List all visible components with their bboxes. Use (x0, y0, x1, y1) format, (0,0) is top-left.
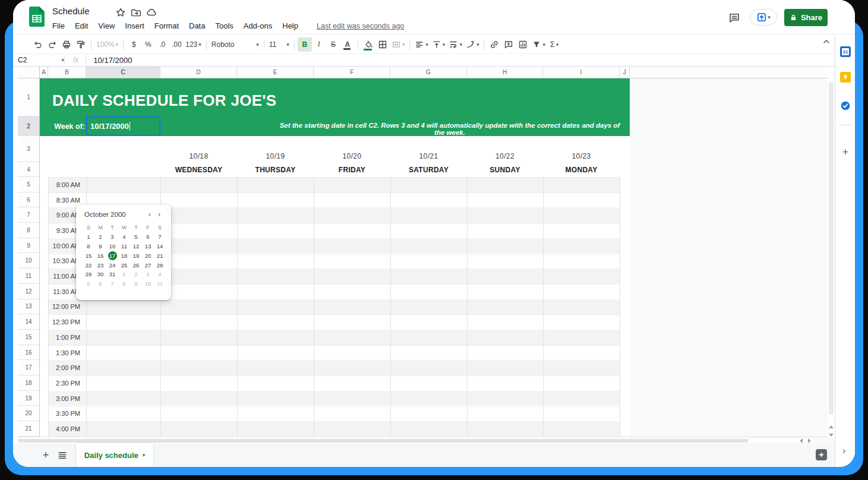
day-date-cell[interactable]: 10/20 (314, 136, 390, 162)
borders-button[interactable] (375, 37, 390, 52)
row-header-18[interactable]: 18 (18, 375, 40, 391)
time-label-cell[interactable]: 2:00 PM (48, 360, 86, 375)
add-sheet-button[interactable]: + (39, 449, 52, 462)
star-icon[interactable] (115, 7, 126, 18)
row-header-8[interactable]: 8 (18, 223, 40, 238)
calendar-day[interactable]: 20 (142, 251, 154, 260)
active-cell-c2[interactable]: 10/17/2000 (86, 116, 160, 136)
time-label-cell[interactable]: 8:00 AM (48, 177, 86, 192)
calendar-day[interactable]: 11 (154, 279, 166, 289)
day-name-cell[interactable]: MONDAY (543, 162, 620, 177)
calendar-day[interactable]: 5 (83, 279, 94, 289)
present-dropdown-caret[interactable]: ▾ (768, 14, 771, 20)
calendar-day[interactable]: 31 (106, 270, 118, 279)
sheet-tab-daily-schedule[interactable]: Daily schedule ▾ (76, 443, 153, 467)
zoom-select[interactable]: 100%▾ (94, 37, 120, 52)
italic-button[interactable]: I (312, 37, 326, 52)
time-label-cell[interactable]: 1:00 PM (48, 330, 86, 345)
menu-insert[interactable]: Insert (124, 21, 146, 31)
comment-history-icon[interactable] (728, 12, 740, 24)
calendar-day[interactable]: 19 (130, 251, 142, 260)
row-header-20[interactable]: 20 (18, 406, 40, 422)
text-color-button[interactable]: A (340, 37, 355, 52)
insert-comment-button[interactable] (501, 37, 516, 52)
row-header-14[interactable]: 14 (18, 314, 40, 330)
row-header-10[interactable]: 10 (18, 254, 40, 269)
calendar-day[interactable]: 23 (94, 260, 106, 270)
row-header-13[interactable]: 13 (18, 299, 40, 315)
calendar-day[interactable]: 29 (83, 270, 94, 279)
get-add-ons-button[interactable]: + (839, 146, 852, 159)
day-name-cell[interactable]: SATURDAY (390, 162, 467, 177)
day-name-cell[interactable]: SUNDAY (467, 162, 543, 177)
menu-data[interactable]: Data (188, 21, 206, 31)
column-header-A[interactable]: A (40, 67, 48, 78)
all-sheets-menu-button[interactable] (57, 450, 68, 460)
cloud-saved-icon[interactable] (146, 7, 157, 18)
select-all-corner[interactable] (18, 67, 40, 78)
calendar-day[interactable]: 6 (94, 279, 106, 289)
column-header-C[interactable]: C (86, 67, 160, 78)
time-label-cell[interactable]: 3:30 PM (48, 406, 86, 422)
calendar-day[interactable]: 26 (130, 260, 142, 270)
sheet-title-cell[interactable]: DAILY SCHEDULE FOR JOE'S (52, 91, 276, 110)
row-header-16[interactable]: 16 (18, 345, 40, 361)
calendar-day[interactable]: 4 (118, 232, 130, 242)
functions-button[interactable]: Σ▾ (547, 37, 561, 52)
time-label-cell[interactable]: 1:30 PM (48, 345, 86, 361)
column-header-E[interactable]: E (237, 67, 314, 78)
day-name-cell[interactable]: FRIDAY (314, 162, 390, 177)
row-header-5[interactable]: 5 (18, 177, 40, 192)
undo-button[interactable] (31, 37, 45, 52)
calendar-day[interactable]: 9 (94, 242, 106, 251)
week-of-label-cell[interactable]: Week of: (48, 116, 85, 136)
present-to-meet-button[interactable]: ▾ (750, 9, 777, 26)
more-formats-button[interactable]: 123▾ (184, 37, 203, 52)
calendar-day[interactable]: 10 (106, 242, 118, 251)
calendar-day[interactable]: 4 (154, 270, 166, 279)
row-header-11[interactable]: 11 (18, 269, 40, 284)
day-date-cell[interactable]: 10/21 (390, 136, 467, 162)
calendar-day[interactable]: 3 (106, 232, 118, 242)
text-rotation-button[interactable]: ▾ (464, 37, 481, 52)
time-label-cell[interactable]: 4:00 PM (48, 421, 86, 437)
decrease-decimal-button[interactable]: .0 (155, 37, 169, 52)
menu-addons[interactable]: Add-ons (242, 21, 273, 31)
row-header-12[interactable]: 12 (18, 284, 40, 299)
print-button[interactable] (59, 37, 74, 52)
sheets-logo-icon[interactable] (29, 7, 45, 27)
row-header-17[interactable]: 17 (18, 360, 40, 375)
row-header-21[interactable]: 21 (18, 421, 40, 437)
calendar-day[interactable]: 28 (154, 260, 166, 270)
calendar-day[interactable]: 7 (154, 232, 166, 242)
row-header-1[interactable]: 1 (18, 78, 40, 116)
horizontal-align-button[interactable]: ▾ (413, 37, 430, 52)
column-header-J[interactable]: J (620, 67, 630, 78)
bold-button[interactable]: B (298, 37, 312, 52)
column-header-F[interactable]: F (314, 67, 390, 78)
calendar-day[interactable]: 2 (130, 270, 142, 279)
menu-view[interactable]: View (97, 21, 116, 31)
row-header-19[interactable]: 19 (18, 391, 40, 406)
menu-format[interactable]: Format (153, 21, 180, 31)
share-button[interactable]: Share (784, 9, 828, 26)
calendar-day[interactable]: 6 (142, 232, 154, 242)
calendar-day[interactable]: 2 (94, 232, 106, 242)
day-date-cell[interactable]: 10/22 (467, 136, 543, 162)
column-header-I[interactable]: I (543, 67, 620, 78)
column-header-B[interactable]: B (48, 67, 86, 78)
vertical-align-button[interactable]: ▾ (430, 37, 447, 52)
collapse-toolbar-button[interactable] (822, 37, 831, 46)
filter-button[interactable]: ▾ (530, 37, 547, 52)
calendar-day[interactable]: 13 (142, 242, 154, 251)
paint-format-button[interactable] (74, 37, 88, 52)
row-header-15[interactable]: 15 (18, 330, 40, 345)
menu-file[interactable]: File (51, 21, 66, 31)
row-header-9[interactable]: 9 (18, 238, 40, 254)
text-wrap-button[interactable]: ▾ (447, 37, 464, 52)
menu-help[interactable]: Help (281, 21, 299, 31)
insert-chart-button[interactable] (516, 37, 530, 52)
font-size-select[interactable]: 11▾ (267, 37, 291, 52)
move-folder-icon[interactable] (131, 7, 141, 18)
calendar-day[interactable]: 3 (142, 270, 154, 279)
